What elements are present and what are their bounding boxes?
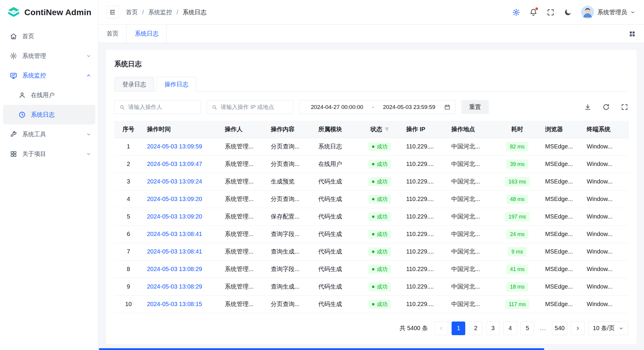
sidebar-item-home[interactable]: 首页 [3,26,95,46]
refresh-icon[interactable] [602,103,610,111]
sidebar-item-online-users[interactable]: 在线用户 [3,85,95,105]
cell-time: 2024-05-03 13:08:41 [143,243,220,260]
cell-index: 8 [114,260,143,278]
pagination-next-button[interactable] [571,322,585,335]
time-link[interactable]: 2024-05-03 13:09:59 [147,143,202,150]
pagination-ellipsis[interactable]: ... [538,325,548,332]
cell-duration: 18 ms [494,278,541,295]
status-dot [372,303,374,305]
cell-location: 中国河北... [447,155,494,173]
topbar-actions: 系统管理员 [512,6,635,19]
time-link[interactable]: 2024-05-03 13:09:20 [147,196,202,202]
page-size-select[interactable]: 10 条/页 [588,322,628,335]
time-link[interactable]: 2024-05-03 13:08:41 [147,248,202,255]
view-tab-home[interactable]: 首页 [99,25,127,43]
tab-options-button[interactable] [629,25,636,43]
pagination-page-last[interactable]: 540 [552,322,567,335]
status-dot [372,198,374,200]
view-tabs-bar: 首页 系统日志 [99,25,644,43]
monitor-icon [10,72,17,79]
filter-funnel-icon[interactable] [384,127,389,132]
cell-index: 9 [114,278,143,295]
table-row: 9 2024-05-03 13:08:29 系统管理... 查询生成... 代码… [114,278,629,295]
time-link[interactable]: 2024-05-03 13:08:29 [147,266,202,272]
status-dot [372,233,374,235]
cell-module: 在线用户 [314,155,358,173]
col-browser: 浏览器 [541,121,582,138]
cell-browser: MSEdge... [541,173,582,190]
pagination-page-2[interactable]: 2 [469,322,482,335]
time-link[interactable]: 2024-05-03 13:08:41 [147,231,202,237]
breadcrumb-item[interactable]: 首页 [126,8,138,16]
fullscreen-icon[interactable] [621,103,628,111]
apps-icon [10,150,17,158]
duration-badge: 117 ms [505,300,529,309]
ip-search-box [207,100,293,114]
tab-login-log[interactable]: 登录日志 [114,77,154,91]
cell-time: 2024-05-03 13:08:29 [143,260,220,278]
cell-ip: 110.229.... [402,243,447,260]
cell-index: 5 [114,208,143,225]
cell-os: Window... [582,243,629,260]
duration-badge: 24 ms [506,229,528,239]
pagination-page-4[interactable]: 4 [503,322,517,335]
pagination-page-3[interactable]: 3 [486,322,500,335]
duration-badge: 163 ms [505,177,529,186]
sidebar-item-system-monitor[interactable]: 系统监控 [3,66,95,85]
main-column: 首页 / 系统监控 / 系统日志 系统管理员 [99,0,644,350]
time-link[interactable]: 2024-05-03 13:09:20 [147,213,202,220]
dark-mode-icon[interactable] [564,8,572,16]
fullscreen-icon[interactable] [547,8,555,16]
duration-badge: 41 ms [506,265,528,274]
notification-button[interactable] [529,8,537,16]
pagination: 共 5400 条 1 2 3 4 5 ... 540 10 条/页 [114,322,628,335]
home-icon [10,33,17,40]
cell-location: 中国河北... [447,225,494,243]
system-log-card: 系统日志 登录日志 操作日志 [106,50,637,344]
tab-operation-log[interactable]: 操作日志 [156,77,196,91]
log-tabs: 登录日志 操作日志 [114,77,628,92]
time-link[interactable]: 2024-05-03 13:09:47 [147,161,202,167]
breadcrumb-item[interactable]: 系统监控 [148,8,172,16]
tab-label: 登录日志 [122,80,146,88]
sidebar-item-label: 系统日志 [31,111,91,119]
horizontal-scrollbar-thumb[interactable] [99,348,544,350]
user-menu[interactable]: 系统管理员 [581,6,635,19]
settings-icon[interactable] [512,8,520,16]
sidebar-item-system-tools[interactable]: 系统工具 [3,124,95,144]
time-link[interactable]: 2024-05-03 13:08:29 [147,283,202,290]
cell-ip: 110.229.... [402,295,447,313]
app-logo[interactable]: ContiNew Admin [0,0,98,25]
operator-search-input[interactable] [128,104,196,110]
cell-duration: 39 ms [494,155,541,173]
time-link[interactable]: 2024-05-03 13:09:24 [147,178,202,185]
cell-os: Window... [582,190,629,208]
tool-icon [10,131,17,138]
reset-button[interactable]: 重置 [461,100,489,114]
cell-index: 10 [114,295,143,313]
pagination-page-5[interactable]: 5 [520,322,534,335]
col-os: 终端系统 [582,121,629,138]
cell-location: 中国河北... [447,138,494,155]
ip-search-input[interactable] [221,104,289,110]
cell-browser: MSEdge... [541,155,582,173]
view-tab-system-log[interactable]: 系统日志 [127,25,167,43]
cell-location: 中国河北... [447,295,494,313]
time-link[interactable]: 2024-05-03 13:08:15 [147,301,202,307]
cell-status: 成功 [358,278,402,295]
app-title: ContiNew Admin [24,8,91,17]
col-duration: 耗时 [494,121,541,138]
sidebar-collapse-button[interactable] [106,6,119,18]
sidebar-item-about-project[interactable]: 关于项目 [3,144,95,164]
cell-duration: 41 ms [494,260,541,278]
sidebar-menu: 首页 系统管理 系统监控 在线用户 系统日志 [0,25,98,164]
chevron-down-icon [86,53,91,58]
cell-content: 生成预览 [266,173,314,190]
date-range-picker[interactable]: 2024-04-27 00:00:00 - 2024-05-03 23:59:5… [299,100,456,114]
page-size-value: 10 条/页 [593,324,615,332]
download-icon[interactable] [584,103,591,111]
pagination-page-1[interactable]: 1 [452,322,465,335]
pagination-prev-button[interactable] [434,322,448,335]
sidebar-item-system-management[interactable]: 系统管理 [3,46,95,66]
sidebar-item-system-log[interactable]: 系统日志 [3,105,95,124]
